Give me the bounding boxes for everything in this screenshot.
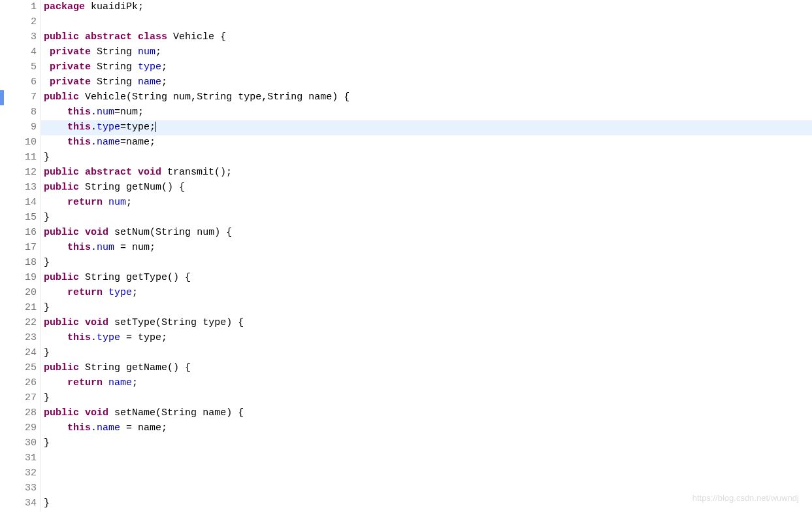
line-number[interactable]: 18: [12, 256, 38, 271]
code-line[interactable]: return num;: [41, 196, 812, 211]
tail: () {: [167, 362, 191, 373]
keyword: this: [67, 122, 91, 133]
brace: }: [44, 392, 50, 403]
dot: .: [91, 242, 97, 253]
line-number[interactable]: 11: [12, 150, 38, 165]
semi: ;: [161, 332, 167, 343]
line-number[interactable]: 21: [12, 301, 38, 316]
line-number[interactable]: 22: [12, 316, 38, 331]
code-line[interactable]: public String getType() {: [41, 271, 812, 286]
code-line[interactable]: }: [41, 301, 812, 316]
type: String: [161, 407, 197, 418]
code-line[interactable]: }: [41, 256, 812, 271]
brace: }: [44, 437, 50, 449]
method: setNum: [114, 227, 150, 238]
line-number[interactable]: 14: [12, 196, 38, 211]
dot: .: [91, 107, 97, 118]
eq: =: [120, 137, 126, 148]
indent: [44, 107, 67, 118]
indent: [44, 197, 67, 208]
line-number[interactable]: 4: [12, 45, 38, 60]
line-number[interactable]: 16: [12, 226, 38, 241]
code-editor: 1 2 3 4 5 6 7 8 9 10 11 12 13 14 15 16 1…: [0, 0, 812, 511]
change-marker: [0, 90, 4, 105]
line-number[interactable]: 25: [12, 361, 38, 376]
code-line[interactable]: public abstract class Vehicle {: [41, 30, 812, 45]
field: num: [108, 197, 126, 208]
code-line[interactable]: public String getName() {: [41, 361, 812, 376]
keyword: void: [85, 227, 108, 238]
line-number[interactable]: 33: [12, 481, 38, 496]
keyword: public: [44, 182, 79, 193]
line-number[interactable]: 17: [12, 241, 38, 256]
keyword: this: [67, 242, 91, 253]
code-line[interactable]: public String getNum() {: [41, 180, 812, 196]
line-number[interactable]: 32: [12, 466, 38, 481]
line-number[interactable]: 6: [12, 75, 38, 90]
line-number[interactable]: 23: [12, 331, 38, 346]
code-line[interactable]: this.num=num;: [41, 105, 812, 120]
line-number[interactable]: 9: [12, 120, 38, 135]
line-number[interactable]: 2: [12, 15, 38, 30]
line-number[interactable]: 8: [12, 105, 38, 120]
brace: ) {: [332, 92, 349, 103]
code-line[interactable]: this.num = num;: [41, 241, 812, 256]
line-number[interactable]: 13: [12, 180, 38, 196]
code-line[interactable]: public void setName(String name) {: [41, 406, 812, 421]
line-number[interactable]: 12: [12, 165, 38, 180]
line-number[interactable]: 3: [12, 30, 38, 45]
code-line[interactable]: }: [41, 391, 812, 406]
line-number[interactable]: 7: [12, 90, 38, 105]
line-number[interactable]: 1: [12, 0, 38, 15]
code-line[interactable]: private String name;: [41, 75, 812, 90]
code-line[interactable]: package kuaidiPk;: [41, 0, 812, 15]
code-line[interactable]: private String type;: [41, 60, 812, 75]
line-number[interactable]: 31: [12, 451, 38, 466]
code-line[interactable]: }: [41, 150, 812, 165]
code-line[interactable]: [41, 466, 812, 481]
code-line[interactable]: [41, 451, 812, 466]
code-line[interactable]: public abstract void transmit();: [41, 165, 812, 180]
line-number[interactable]: 24: [12, 346, 38, 361]
code-line-current[interactable]: this.type=type;: [41, 120, 812, 135]
code-line[interactable]: return type;: [41, 286, 812, 301]
indent: [44, 422, 67, 434]
code-line[interactable]: this.name=name;: [41, 135, 812, 150]
code-line[interactable]: }: [41, 436, 812, 451]
field: num: [97, 107, 114, 118]
code-line[interactable]: [41, 15, 812, 30]
line-number[interactable]: 5: [12, 60, 38, 75]
brace: }: [44, 152, 50, 163]
code-line[interactable]: return name;: [41, 376, 812, 391]
line-number[interactable]: 20: [12, 286, 38, 301]
line-number[interactable]: 10: [12, 135, 38, 150]
line-number[interactable]: 15: [12, 211, 38, 226]
indent: [44, 77, 50, 88]
code-line[interactable]: private String num;: [41, 45, 812, 60]
code-line[interactable]: }: [41, 211, 812, 226]
code-text-area[interactable]: package kuaidiPk; public abstract class …: [41, 0, 812, 511]
line-number[interactable]: 19: [12, 271, 38, 286]
line-number-gutter[interactable]: 1 2 3 4 5 6 7 8 9 10 11 12 13 14 15 16 1…: [12, 0, 41, 511]
method: getType: [126, 272, 167, 283]
keyword: this: [67, 332, 91, 343]
line-number[interactable]: 27: [12, 391, 38, 406]
semi: ;: [132, 377, 138, 388]
line-number[interactable]: 26: [12, 376, 38, 391]
keyword: abstract: [85, 31, 132, 43]
code-line[interactable]: public void setNum(String num) {: [41, 226, 812, 241]
code-line[interactable]: this.type = type;: [41, 331, 812, 346]
line-number[interactable]: 29: [12, 421, 38, 436]
param: num: [173, 92, 191, 103]
line-number[interactable]: 28: [12, 406, 38, 421]
line-number[interactable]: 34: [12, 496, 38, 511]
type: String: [85, 182, 120, 193]
semi: ;: [150, 242, 155, 253]
keyword: public: [44, 92, 79, 103]
line-number[interactable]: 30: [12, 436, 38, 451]
code-line[interactable]: public Vehicle(String num,String type,St…: [41, 90, 812, 105]
param: num: [197, 227, 214, 238]
code-line[interactable]: public void setType(String type) {: [41, 316, 812, 331]
code-line[interactable]: this.name = name;: [41, 421, 812, 436]
code-line[interactable]: }: [41, 346, 812, 361]
